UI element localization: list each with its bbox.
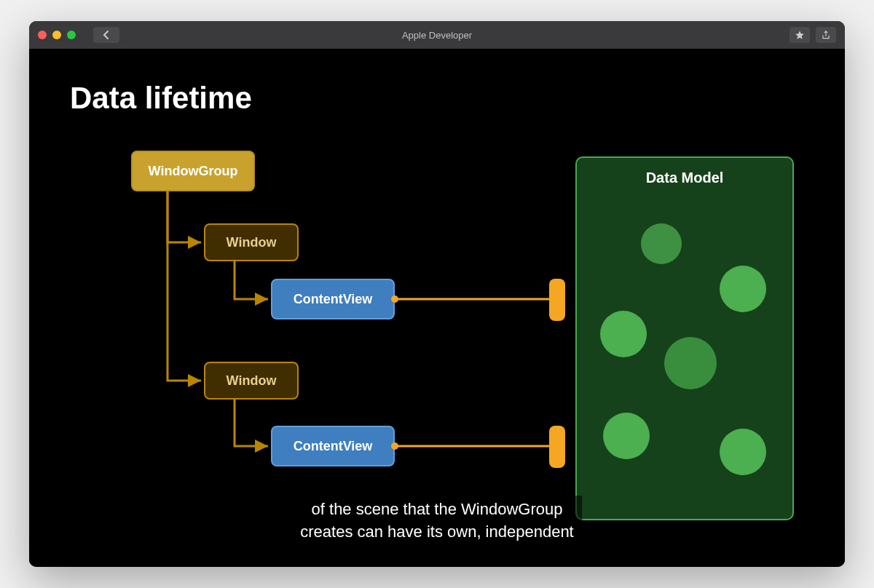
- minimize-icon[interactable]: [52, 31, 61, 39]
- window-title: Apple Developer: [402, 30, 472, 41]
- node-label: Window: [227, 373, 277, 389]
- slide-title: Data lifetime: [70, 81, 252, 116]
- data-dot-icon: [720, 429, 766, 475]
- back-button[interactable]: [93, 27, 119, 43]
- node-window-1: Window: [204, 223, 299, 261]
- node-label: Data Model: [646, 170, 724, 186]
- data-dot-icon: [600, 311, 647, 357]
- toolbar-right: [790, 27, 836, 43]
- caption-line2: creates can have its own, independent: [300, 523, 573, 541]
- connector-dot-icon: [391, 295, 398, 303]
- caption-line1: of the scene that the WindowGroup: [312, 500, 563, 518]
- node-label: Window: [227, 235, 277, 250]
- diagram: WindowGroup Window Window ContentView Co…: [131, 151, 816, 529]
- data-dot-icon: [603, 413, 650, 459]
- data-dot-icon: [720, 266, 766, 312]
- titlebar: Apple Developer: [29, 21, 845, 49]
- favorite-button[interactable]: [790, 27, 810, 43]
- traffic-lights: [38, 31, 76, 39]
- node-label: ContentView: [294, 292, 373, 307]
- app-window: Apple Developer Data lifetime: [29, 21, 845, 567]
- data-dot-icon: [641, 223, 682, 264]
- share-icon: [821, 30, 831, 40]
- star-icon: [795, 30, 805, 40]
- connector-cap-icon: [549, 426, 565, 468]
- node-window-2: Window: [204, 362, 299, 400]
- node-windowgroup: WindowGroup: [131, 151, 255, 191]
- node-contentview-1: ContentView: [271, 279, 395, 319]
- node-label: WindowGroup: [149, 164, 238, 179]
- maximize-icon[interactable]: [67, 31, 76, 39]
- connector-dot-icon: [391, 442, 398, 450]
- slide-content: Data lifetime: [29, 49, 845, 567]
- close-icon[interactable]: [38, 31, 47, 39]
- chevron-left-icon: [103, 30, 110, 40]
- connector-cap-icon: [549, 279, 565, 321]
- data-dot-icon: [664, 337, 717, 389]
- node-contentview-2: ContentView: [271, 426, 395, 466]
- node-label: ContentView: [294, 439, 373, 454]
- video-caption: of the scene that the WindowGroup create…: [291, 496, 582, 547]
- share-button[interactable]: [816, 27, 836, 43]
